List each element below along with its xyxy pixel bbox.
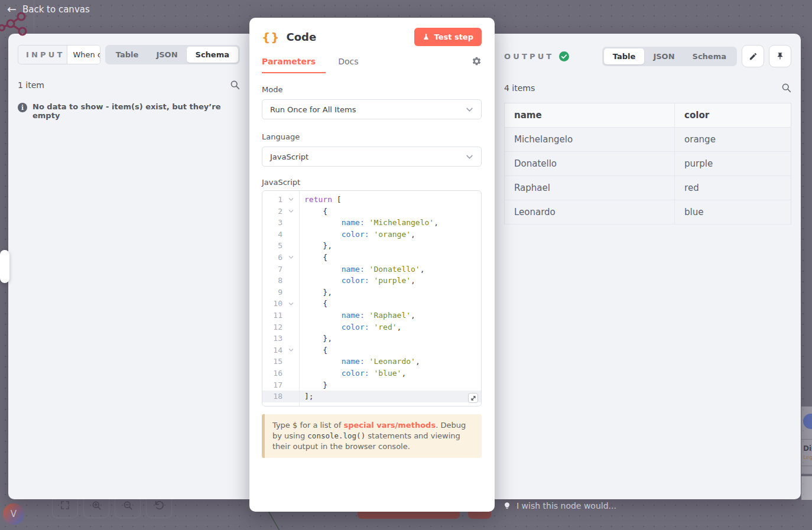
table-cell: Michelangelo	[505, 128, 675, 152]
flask-icon	[423, 33, 430, 41]
node-settings-gear-button[interactable]	[472, 56, 482, 66]
fold-spacer	[282, 379, 299, 391]
output-tab-json[interactable]: JSON	[644, 48, 683, 64]
language-label: Language	[262, 132, 482, 141]
output-tab-table[interactable]: Table	[604, 48, 645, 64]
pencil-icon	[749, 52, 758, 61]
mode-value: Run Once for All Items	[270, 105, 356, 114]
code-line: 12 color: 'red',	[262, 321, 481, 333]
edit-output-button[interactable]	[742, 45, 764, 67]
chevron-down-icon	[466, 153, 473, 161]
table-cell: blue	[675, 200, 791, 225]
editor-resize-handle[interactable]	[468, 393, 478, 403]
inline-code: console.log()	[307, 431, 365, 440]
input-tab-table[interactable]: Table	[107, 47, 148, 63]
lightbulb-icon	[503, 502, 511, 510]
code-text: {	[299, 206, 327, 217]
line-number: 12	[262, 321, 282, 333]
input-tab-schema[interactable]: Schema	[187, 47, 238, 63]
code-line: 13 },	[262, 333, 481, 344]
fold-spacer	[282, 217, 299, 229]
line-number: 9	[262, 287, 282, 298]
fold-chevron-icon[interactable]	[282, 194, 299, 206]
language-select[interactable]: JavaScript	[262, 147, 482, 167]
code-line: 1return [	[262, 194, 481, 206]
avatar: V	[3, 503, 24, 525]
partial-canvas-node: Dis Lega	[801, 407, 812, 474]
input-search-button[interactable]	[230, 80, 240, 90]
panel-drag-handle[interactable]	[0, 250, 9, 283]
tab-docs[interactable]: Docs	[338, 57, 358, 66]
wish-text: I wish this node would...	[517, 501, 616, 511]
fold-spacer	[282, 321, 299, 333]
gear-icon	[472, 56, 482, 66]
mode-select[interactable]: Run Once for All Items	[262, 99, 482, 119]
code-text: color: 'blue',	[299, 368, 406, 379]
line-number: 18	[262, 391, 282, 402]
table-cell: orange	[675, 128, 791, 152]
line-number: 1	[262, 194, 282, 206]
code-line: 14 {	[262, 344, 481, 356]
code-line: 10 {	[262, 298, 481, 310]
fold-spacer	[282, 264, 299, 275]
editor-hint: Type $ for a list of special vars/method…	[262, 414, 482, 458]
output-display-mode-tabs: TableJSONSchema	[602, 47, 737, 66]
column-header: color	[675, 103, 791, 128]
input-node-button[interactable]: When clickin	[67, 45, 99, 64]
output-tab-schema[interactable]: Schema	[684, 48, 735, 64]
code-node-icon: {}	[262, 30, 280, 44]
fold-chevron-icon[interactable]	[282, 252, 299, 264]
code-editor[interactable]: 1return [2 {3 name: 'Michelangelo',4 col…	[262, 190, 482, 407]
fold-chevron-icon[interactable]	[282, 206, 299, 217]
code-text: },	[299, 333, 332, 344]
input-items-count: 1 item	[18, 80, 44, 90]
line-number: 4	[262, 229, 282, 240]
fold-spacer	[282, 356, 299, 368]
success-check-icon	[559, 51, 569, 61]
node-settings-tabs: ParametersDocs	[262, 56, 482, 73]
special-vars-link[interactable]: special vars/methods	[343, 421, 436, 430]
output-search-button[interactable]	[781, 83, 791, 93]
table-row[interactable]: Michelangeloorange	[505, 128, 791, 152]
node-subtitle: Lega	[803, 454, 812, 460]
partial-canvas-element	[801, 476, 812, 500]
line-number: 16	[262, 368, 282, 379]
table-cell: purple	[675, 152, 791, 176]
line-number: 13	[262, 333, 282, 344]
fold-spacer	[282, 229, 299, 240]
code-line: 9 },	[262, 287, 481, 298]
node-feedback-link[interactable]: I wish this node would...	[503, 501, 616, 511]
line-number: 2	[262, 206, 282, 217]
fold-chevron-icon[interactable]	[282, 298, 299, 310]
output-data-table: namecolorMichelangeloorangeDonatellopurp…	[504, 103, 791, 225]
code-line: 4 color: 'orange',	[262, 229, 481, 240]
back-to-canvas-button[interactable]: ← Back to canvas	[7, 4, 90, 15]
table-cell: Leonardo	[505, 200, 675, 225]
line-number: 10	[262, 298, 282, 310]
fold-spacer	[282, 333, 299, 344]
table-row[interactable]: Donatellopurple	[505, 152, 791, 176]
code-text: {	[299, 298, 327, 310]
fold-spacer	[282, 391, 299, 402]
chevron-down-icon	[466, 106, 473, 113]
node-settings-modal: {} Code Test step ParametersDocs Mode Ru…	[249, 18, 495, 512]
zoom-out-icon	[122, 500, 134, 511]
test-step-button[interactable]: Test step	[414, 28, 482, 46]
tab-parameters[interactable]: Parameters	[262, 57, 316, 66]
input-tab-json[interactable]: JSON	[147, 47, 186, 63]
fold-spacer	[282, 240, 299, 252]
language-value: JavaScript	[270, 152, 308, 161]
table-row[interactable]: Leonardoblue	[505, 200, 791, 225]
fold-spacer	[282, 275, 299, 287]
pin-data-button[interactable]	[769, 45, 791, 67]
fold-chevron-icon[interactable]	[282, 344, 299, 356]
fold-spacer	[282, 287, 299, 298]
code-text: name: 'Raphael',	[299, 310, 415, 321]
table-row[interactable]: Raphaelred	[505, 176, 791, 200]
line-number: 17	[262, 379, 282, 391]
ndv-overlay[interactable]: V Dis Lega ← Back to canvas I wish this …	[0, 0, 812, 530]
line-number: 11	[262, 310, 282, 321]
output-panel-label: OUTPUT	[504, 52, 554, 61]
code-text: }	[299, 379, 327, 391]
line-number: 7	[262, 264, 282, 275]
